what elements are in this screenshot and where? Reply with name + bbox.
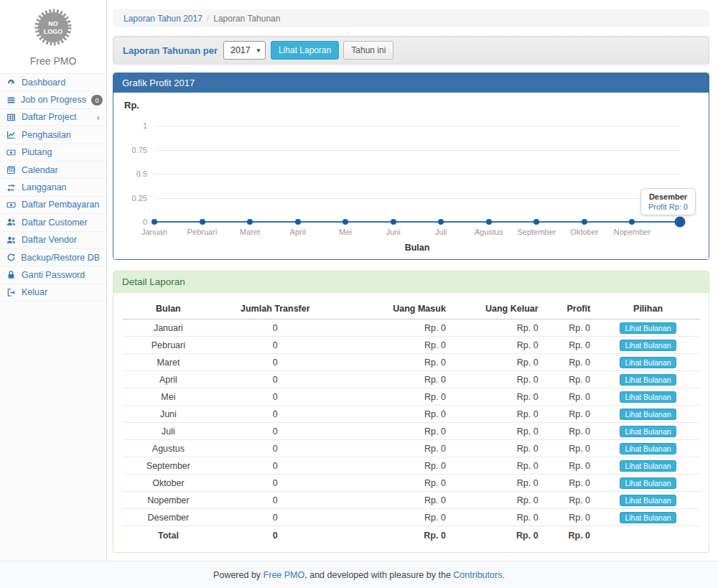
cell-jumlah-transfer: 0 [215, 509, 336, 526]
data-point[interactable] [486, 219, 492, 225]
data-point[interactable] [675, 217, 686, 228]
sidebar-item-daftar-pembayaran[interactable]: Daftar Pembayaran [0, 197, 106, 214]
cell-uang-keluar: Rp. 0 [452, 388, 544, 406]
sidebar-item-daftar-vendor[interactable]: Daftar Vendor [0, 232, 106, 249]
line-chart-icon [6, 130, 17, 139]
sidebar-item-langganan[interactable]: Langganan [0, 179, 106, 196]
sidebar-item-daftar-customer[interactable]: Daftar Customer [0, 214, 106, 231]
data-point[interactable] [151, 219, 157, 225]
cell-bulan: Agustus [122, 440, 215, 457]
footer-prefix: Powered by [213, 570, 263, 580]
cell-pilihan: Lihat Bulanan [596, 457, 700, 475]
dashboard-icon [6, 78, 17, 87]
lihat-bulanan-button[interactable]: Lihat Bulanan [620, 443, 676, 454]
sidebar-item-piutang[interactable]: Piutang [0, 144, 106, 162]
gridline [154, 150, 680, 151]
lihat-laporan-button[interactable]: Lihat Laporan [271, 41, 339, 60]
tooltip-value: Profit Rp: 0 [648, 202, 688, 211]
year-select[interactable]: 2017 [223, 41, 266, 60]
lihat-bulanan-button[interactable]: Lihat Bulanan [620, 426, 676, 437]
cell-uang-keluar: Rp. 0 [452, 337, 544, 354]
total-label: Total [122, 526, 215, 543]
cell-pilihan: Lihat Bulanan [596, 440, 700, 457]
report-table-body: Januari 0 Rp. 0 Rp. 0 Rp. 0 Lihat Bulana… [122, 319, 700, 543]
sign-out-icon [6, 288, 17, 297]
cell-uang-masuk: Rp. 0 [336, 371, 452, 388]
cell-profit: Rp. 0 [544, 388, 596, 406]
table-row: Oktober 0 Rp. 0 Rp. 0 Rp. 0 Lihat Bulana… [122, 475, 700, 492]
breadcrumb-active: Laporan Tahunan [213, 14, 280, 24]
sidebar-item-label: Daftar Pembayaran [22, 200, 99, 210]
data-point[interactable] [342, 219, 348, 225]
column-header: Pilihan [596, 299, 700, 319]
x-tick-label: September [517, 228, 556, 236]
cell-uang-keluar: Rp. 0 [452, 371, 544, 388]
column-header: Bulan [122, 299, 215, 319]
y-tick-label: 0 [143, 218, 147, 226]
sidebar-item-calendar[interactable]: Calendar [0, 162, 106, 179]
data-point[interactable] [295, 219, 301, 225]
total-jumlah-transfer: 0 [215, 526, 336, 543]
table-wrap: BulanJumlah TransferUang MasukUang Kelua… [113, 293, 709, 552]
sidebar-item-penghasilan[interactable]: Penghasilan [0, 126, 106, 144]
data-point[interactable] [391, 219, 396, 225]
free-pmo-link[interactable]: Free PMO [264, 570, 305, 580]
data-point[interactable] [533, 219, 539, 225]
cell-profit: Rp. 0 [544, 423, 596, 440]
column-header: Uang Keluar [452, 299, 544, 319]
x-tick-label: April [290, 228, 306, 236]
cell-bulan: April [122, 371, 215, 388]
cell-pilihan: Lihat Bulanan [596, 337, 700, 354]
table-row: Juli 0 Rp. 0 Rp. 0 Rp. 0 Lihat Bulanan [122, 423, 700, 440]
data-point[interactable] [629, 219, 635, 225]
x-tick-label: Pebruari [187, 228, 218, 236]
cell-uang-keluar: Rp. 0 [452, 457, 544, 475]
lihat-bulanan-button[interactable]: Lihat Bulanan [620, 322, 676, 334]
sidebar-item-label: Daftar Project [22, 112, 76, 122]
lihat-bulanan-button[interactable]: Lihat Bulanan [620, 340, 676, 351]
cell-uang-masuk: Rp. 0 [336, 423, 452, 440]
cell-jumlah-transfer: 0 [215, 440, 336, 457]
cell-bulan: Mei [122, 388, 215, 406]
cell-profit: Rp. 0 [544, 354, 596, 371]
lihat-bulanan-button[interactable]: Lihat Bulanan [620, 357, 676, 368]
breadcrumb-link[interactable]: Laporan Tahun 2017 [123, 14, 202, 24]
contributors-link[interactable]: Contributors. [453, 570, 505, 580]
x-tick-label: Januari [141, 228, 167, 236]
cell-jumlah-transfer: 0 [215, 354, 336, 371]
tahun-ini-button[interactable]: Tahun ini [343, 41, 393, 60]
data-point[interactable] [247, 219, 253, 225]
data-point[interactable] [582, 219, 587, 225]
lihat-bulanan-button[interactable]: Lihat Bulanan [620, 477, 676, 489]
users-icon [6, 218, 17, 227]
app-name: Free PMO [0, 55, 106, 67]
sidebar-item-daftar-project[interactable]: Daftar Project‹ [0, 109, 106, 126]
count-badge: 0 [91, 95, 103, 106]
y-tick-label: 1 [143, 121, 147, 130]
lihat-bulanan-button[interactable]: Lihat Bulanan [620, 409, 676, 420]
sidebar-item-backup-restore-db[interactable]: Backup/Restore DB [0, 249, 106, 266]
lihat-bulanan-button[interactable]: Lihat Bulanan [620, 374, 676, 386]
cell-uang-keluar: Rp. 0 [452, 440, 544, 457]
sidebar-item-job-on-progress[interactable]: Job on Progress0 [0, 91, 106, 108]
sidebar-item-keluar[interactable]: Keluar [0, 284, 106, 302]
cell-bulan: Desember [122, 509, 215, 526]
sidebar-item-dashboard[interactable]: Dashboard [0, 74, 106, 91]
lihat-bulanan-button[interactable]: Lihat Bulanan [620, 391, 676, 403]
cell-bulan: Juni [122, 406, 215, 423]
lihat-bulanan-button[interactable]: Lihat Bulanan [620, 512, 676, 523]
sidebar-item-label: Daftar Vendor [22, 235, 77, 245]
lihat-bulanan-button[interactable]: Lihat Bulanan [620, 495, 676, 506]
sidebar-item-ganti-password[interactable]: Ganti Password [0, 266, 106, 284]
svg-text:LOGO: LOGO [44, 28, 63, 35]
cell-profit: Rp. 0 [544, 440, 596, 457]
data-point[interactable] [438, 219, 444, 225]
money-icon [6, 148, 17, 157]
lihat-bulanan-button[interactable]: Lihat Bulanan [620, 460, 676, 472]
cell-pilihan: Lihat Bulanan [596, 319, 700, 337]
data-point[interactable] [200, 219, 205, 225]
cell-pilihan: Lihat Bulanan [596, 388, 700, 406]
gridline [154, 198, 680, 199]
cell-pilihan: Lihat Bulanan [596, 371, 700, 388]
sidebar-item-label: Daftar Customer [22, 218, 88, 228]
